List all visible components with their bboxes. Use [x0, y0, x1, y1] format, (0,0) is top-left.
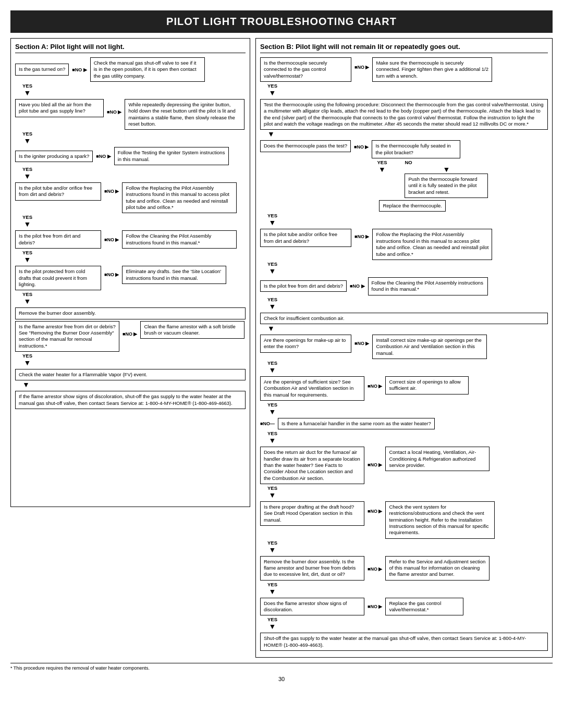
q-return-air: Does the return air duct for the furnace… — [260, 447, 364, 484]
yes-b4: YES — [267, 261, 277, 267]
q-gas-on: Is the gas turned on? — [15, 64, 69, 75]
q-b-pilot-tube-clean: Is the pilot tube and/or orifice free fr… — [260, 229, 351, 247]
b-shutoff-gas: Shut-off the gas supply to the water hea… — [260, 633, 548, 651]
yes-3: YES — [22, 166, 32, 172]
section-a: Section A: Pilot light will not light. I… — [10, 38, 250, 507]
section-b: Section B: Pilot light will not remain l… — [255, 38, 553, 658]
replace-thermocouple: Replace the thermocouple. — [379, 200, 446, 212]
no-arrow-1: ■NO ▶ — [72, 67, 87, 72]
q-pilot-tube-clean: Is the pilot tube and/or orifice free fr… — [15, 182, 101, 201]
no-arrow-b5: ■NO ▶ — [350, 283, 364, 289]
no-b3a: NO — [405, 159, 488, 165]
no-arrow-b1: ■NO ▶ — [354, 65, 369, 70]
ans-b-pilot-free-no: Follow the Cleaning the Pilot Assembly i… — [368, 277, 488, 295]
no-arrow-b10: ■NO ▶ — [368, 462, 382, 467]
ans-flame-arrestor-no: Clean the flame arrestor with a soft bri… — [140, 321, 244, 339]
no-arrow-2: ■NO ▶ — [107, 109, 121, 115]
q-b-discoloration: Does the flame arrestor show signs of di… — [260, 598, 364, 616]
no-arrow-5: ■NO ▶ — [104, 237, 119, 242]
yes-b10: YES — [267, 485, 277, 491]
ans-b-discoloration-no: Replace the gas control valve/thermostat… — [385, 598, 463, 616]
yes-b7: YES — [267, 360, 277, 366]
footnote: * This procedure requires the removal of… — [10, 663, 553, 671]
section-a-title: Section A: Pilot light will not light. — [15, 43, 246, 53]
no-arrow-b11: ■NO ▶ — [368, 509, 382, 514]
q-cold-drafts: Is the pilot protected from cold drafts … — [15, 266, 101, 290]
remove-burner-door: Remove the burner door assembly. — [15, 307, 246, 319]
yes-b8: YES — [267, 402, 277, 408]
q-thermo-pass: Does the thermocouple pass the test? — [260, 140, 351, 152]
yes-4: YES — [22, 214, 32, 220]
q-openings-size: Are the openings of sufficient size? See… — [260, 376, 364, 401]
ans-openings-size-no: Correct size of openings to allow suffic… — [385, 376, 469, 394]
no-arrow-b3: ■NO ▶ — [354, 144, 369, 150]
ans-return-air-no: Contact a local Heating, Ventilation, Ai… — [385, 447, 489, 471]
q-draft-hood: Is there proper drafting at the draft ho… — [260, 501, 364, 526]
yes-b13: YES — [267, 616, 277, 622]
yes-1: YES — [22, 83, 32, 89]
thermocouple-test-desc: Test the thermocouple using the followin… — [260, 99, 548, 130]
ans-gas-on-no: Check the manual gas shut-off valve to s… — [90, 57, 205, 82]
q-flame-arrestor-clean: Is the flame arrestor free from dirt or … — [15, 321, 119, 352]
no-arrow-b9: ■NO— — [260, 421, 275, 426]
page-title: PILOT LIGHT TROUBLESHOOTING CHART — [10, 10, 553, 33]
q-fv-event: Check the water heater for a Flammable V… — [15, 369, 246, 380]
ans-pilot-tube-no: Follow the Replacing the Pilot Assembly … — [122, 182, 237, 213]
ans-makeup-air-no: Install correct size make-up air opening… — [372, 335, 487, 359]
no-arrow-b4: ■NO ▶ — [354, 234, 369, 239]
no-arrow-7: ■NO ▶ — [123, 331, 137, 337]
ans-b-pilot-tube-no: Follow the Replacing the Pilot Assembly … — [372, 229, 492, 260]
no-arrow-b8: ■NO ▶ — [368, 384, 382, 389]
no-arrow-4: ■NO ▶ — [104, 189, 119, 194]
no-arrow-6: ■NO ▶ — [104, 272, 119, 277]
ans-thermocouple-no: Make sure the thermocouple is securely c… — [372, 57, 492, 82]
ans-igniter-no: Follow the Testing the Igniter System in… — [114, 147, 229, 165]
no-arrow-b12: ■NO ▶ — [368, 566, 382, 572]
check-combustion-air: Check for insufficient combustion air. — [260, 313, 548, 324]
no-arrow-b7: ■NO ▶ — [354, 341, 369, 346]
section-b-title: Section B: Pilot light will not remain l… — [260, 43, 548, 53]
yes-b12: YES — [267, 582, 277, 587]
yes-7: YES — [22, 353, 32, 359]
no-arrow-3: ■NO ▶ — [96, 154, 111, 159]
q-thermocouple-connected: Is the thermocouple securely connected t… — [260, 57, 351, 82]
q-thermo-seated: Is the thermocouple fully seated in the … — [372, 140, 460, 158]
yes-5: YES — [22, 250, 32, 255]
yes-b9: YES — [267, 430, 277, 436]
q-bled-air: Have you bled all the air from the pilot… — [15, 99, 104, 117]
ans-pilot-free-no: Follow the Cleaning the Pilot Assembly i… — [122, 230, 237, 249]
ans-cold-drafts-no: Eliminate any drafts. See the 'Site Loca… — [122, 266, 226, 284]
yes-b3: YES — [267, 213, 277, 218]
q-makeup-air: Are there openings for make-up air to en… — [260, 335, 351, 353]
ans-bled-air-no: While repeatedly depressing the igniter … — [125, 99, 244, 130]
ans-discolor: If the flame arrestor show signs of disc… — [15, 391, 246, 409]
q-b-flame-arrestor: Remove the burner door assembly. Is the … — [260, 556, 364, 581]
q-pilot-free-dirt: Is the pilot free from dirt and debris? — [15, 230, 101, 249]
no-arrow-b13: ■NO ▶ — [368, 604, 382, 609]
yes-b5: YES — [267, 297, 277, 302]
page-number: 30 — [10, 676, 553, 682]
q-furnace-handler: Is there a furnace/air handler in the sa… — [278, 418, 435, 429]
yes-b11: YES — [267, 540, 277, 546]
yes-2: YES — [22, 131, 32, 137]
q-igniter-spark: Is the igniter producing a spark? — [15, 151, 93, 162]
ans-draft-hood-no: Check the vent system for restrictions/o… — [385, 501, 495, 539]
q-b-pilot-free: Is the pilot free from dirt and debris? — [260, 280, 347, 292]
yes-6: YES — [22, 291, 32, 297]
yes-b3a: YES — [377, 159, 387, 165]
push-thermocouple: Push the thermocouple forward until it i… — [405, 174, 488, 198]
yes-b1: YES — [267, 83, 277, 89]
ans-b-flame-arrestor-no: Refer to the Service and Adjustment sect… — [385, 556, 489, 581]
